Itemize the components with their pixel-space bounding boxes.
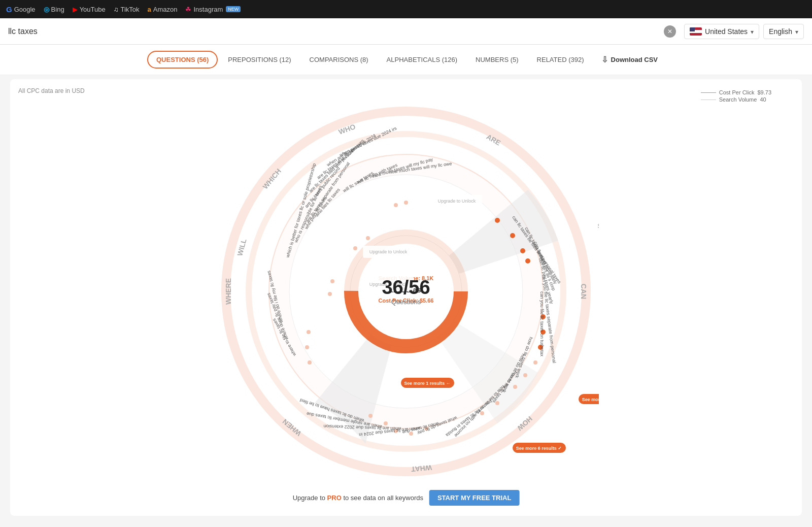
- legend-cpc-value: $9.73: [757, 89, 771, 95]
- nav-amazon-label: Amazon: [153, 6, 178, 13]
- country-label: United States: [705, 27, 748, 36]
- keyword-dot[interactable]: [520, 248, 525, 253]
- keyword-dot[interactable]: [394, 203, 398, 207]
- keyword-dot[interactable]: [353, 246, 357, 250]
- segment-what: WHAT: [411, 464, 432, 474]
- tab-prepositions[interactable]: PREPOSITIONS (12): [220, 52, 299, 68]
- tab-comparisons[interactable]: COMPARISONS (8): [301, 52, 377, 68]
- upgrade-pro-label: PRO: [327, 494, 342, 502]
- upgrade-banner: Upgrade to PRO to see data on all keywor…: [293, 490, 520, 506]
- tab-bar: QUESTIONS (56) PREPOSITIONS (12) COMPARI…: [0, 45, 812, 75]
- keyword-dot[interactable]: [523, 373, 527, 377]
- language-label: English: [769, 27, 792, 36]
- legend-sv-label: Search Volume: [719, 96, 757, 103]
- nav-instagram[interactable]: ☘ Instagram NEW: [185, 6, 241, 13]
- legend-sv-value: 40: [760, 96, 766, 103]
- upgrade-unlock-will: Upgrade to Unlock: [438, 199, 476, 204]
- top-navigation: G Google ◎ Bing ▶ YouTube ♫ TikTok a Ama…: [0, 0, 812, 18]
- amazon-icon: a: [148, 6, 151, 13]
- chart-legend: Cost Per Click $9.73 Search Volume 40: [701, 89, 771, 104]
- main-content: All CPC data are in USD Cost Per Click $…: [10, 79, 802, 516]
- keyword-dot[interactable]: [366, 236, 370, 240]
- nav-tiktok-label: TikTok: [120, 6, 139, 13]
- tab-questions[interactable]: QUESTIONS (56): [147, 51, 218, 69]
- tab-numbers[interactable]: NUMBERS (5): [467, 52, 527, 68]
- upgrade-unlock-who: Upgrade to Unlock: [369, 249, 408, 254]
- language-selector[interactable]: English: [763, 24, 804, 39]
- download-icon: ⇩: [601, 55, 608, 64]
- keyword-dot[interactable]: [305, 345, 309, 349]
- search-clear-button[interactable]: ✕: [664, 25, 676, 38]
- legend-cpc: Cost Per Click $9.73: [701, 89, 771, 95]
- bing-icon: ◎: [44, 6, 49, 13]
- keyword-label[interactable]: can you file llc taxes on turbotax: [539, 291, 545, 357]
- keyword-dot[interactable]: [525, 258, 530, 264]
- keyword-wheel: WILL ARE CAN HOW WHAT WHEN WHERE WHICH W…: [213, 98, 599, 484]
- search-input[interactable]: [8, 27, 664, 36]
- country-selector[interactable]: United States: [684, 24, 759, 39]
- keyword-dot[interactable]: [384, 421, 388, 425]
- see-more-when[interactable]: See more 6 results ✓: [516, 446, 562, 451]
- tiktok-icon: ♫: [114, 6, 119, 13]
- keyword-dot[interactable]: [307, 330, 311, 334]
- segment-can: CAN: [580, 284, 588, 299]
- upgrade-text: Upgrade to PRO to see data on all keywor…: [293, 494, 423, 502]
- youtube-icon: ▶: [73, 6, 78, 13]
- cpc-note: All CPC data are in USD: [18, 87, 794, 94]
- legend-cpc-label: Cost Per Click: [719, 89, 755, 95]
- keyword-dot[interactable]: [510, 233, 515, 238]
- nav-google[interactable]: G Google: [6, 5, 36, 14]
- see-more-where[interactable]: See more 1 results ←: [404, 381, 451, 386]
- tab-related[interactable]: RELATED (392): [529, 52, 592, 68]
- tab-alphabeticals[interactable]: ALPHABETICALS (126): [379, 52, 465, 68]
- cpc-center-label: Cost Per Click: $5.66: [379, 298, 434, 304]
- segment-where: WHERE: [224, 278, 232, 305]
- new-badge: NEW: [226, 6, 241, 12]
- keyword-dot[interactable]: [368, 414, 373, 418]
- search-bar: ✕ United States English: [0, 18, 812, 45]
- keyword-dot[interactable]: [328, 292, 332, 296]
- see-more-can[interactable]: See more 6 results ✓: [582, 397, 599, 402]
- upgrade-unlock-left: Upgrade to Unlock: [369, 282, 408, 287]
- nav-bing-label: Bing: [51, 6, 64, 13]
- keyword-dot[interactable]: [330, 279, 334, 283]
- keyword-dot[interactable]: [404, 201, 408, 205]
- nav-tiktok[interactable]: ♫ TikTok: [114, 6, 140, 13]
- nav-youtube[interactable]: ▶ YouTube: [73, 6, 106, 13]
- us-flag-icon: [690, 27, 702, 36]
- scale-value: $8.52: [598, 223, 599, 229]
- keyword-dot[interactable]: [495, 218, 500, 223]
- keyword-dot[interactable]: [513, 385, 517, 389]
- keyword-dot[interactable]: [308, 360, 312, 365]
- nav-youtube-label: YouTube: [80, 6, 106, 13]
- legend-sv: Search Volume 40: [701, 96, 771, 103]
- download-csv-button[interactable]: ⇩ Download CSV: [594, 51, 665, 69]
- instagram-icon: ☘: [185, 6, 191, 13]
- download-label: Download CSV: [611, 56, 658, 63]
- nav-google-label: Google: [14, 6, 36, 13]
- country-chevron-icon: [751, 27, 754, 36]
- nav-amazon[interactable]: a Amazon: [148, 6, 178, 13]
- nav-instagram-label: Instagram: [193, 6, 223, 13]
- start-trial-button[interactable]: START MY FREE TRIAL: [429, 490, 519, 506]
- google-icon: G: [6, 5, 12, 14]
- language-chevron-icon: [795, 27, 798, 36]
- nav-bing[interactable]: ◎ Bing: [44, 6, 64, 13]
- keyword-dot[interactable]: [533, 360, 537, 365]
